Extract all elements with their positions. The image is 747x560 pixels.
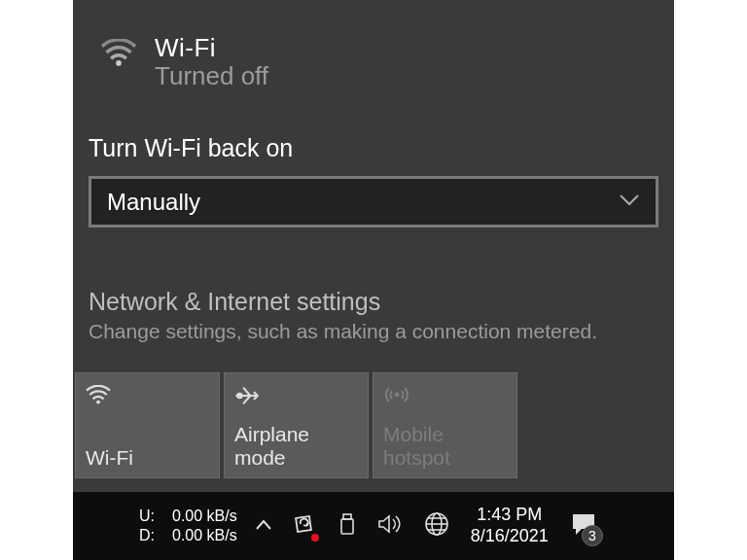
network-speed-monitor: U: 0.00 kB/s D: 0.00 kB/s [139,508,237,544]
date: 8/16/2021 [471,526,549,547]
selector-value: Manually [107,189,200,216]
notification-badge: 3 [582,525,603,546]
update-icon[interactable] [294,512,317,540]
wifi-status: Turned off [155,61,268,91]
clock[interactable]: 1:43 PM 8/16/2021 [471,505,549,546]
volume-icon[interactable] [377,513,403,539]
airplane-icon [234,385,358,406]
svg-rect-6 [341,519,353,534]
download-label: D: [139,527,155,544]
turn-on-selector[interactable]: Manually [89,176,658,228]
usb-eject-icon[interactable] [338,512,356,540]
svg-point-1 [96,401,100,404]
tile-label: Mobile hotspot [383,423,507,470]
wifi-icon [86,385,209,404]
tile-label: Wi-Fi [86,446,209,470]
action-center-icon[interactable]: 3 [570,511,597,541]
network-settings-link[interactable]: Network & Internet settings Change setti… [73,228,674,343]
wifi-status-header: Wi-Fi Turned off [73,0,674,91]
hotspot-icon [383,385,507,404]
settings-title: Network & Internet settings [89,288,658,316]
upload-value: 0.00 kB/s [172,508,237,525]
chevron-down-icon [619,193,640,211]
time: 1:43 PM [471,505,549,526]
wifi-tile[interactable]: Wi-Fi [75,372,220,478]
taskbar: U: 0.00 kB/s D: 0.00 kB/s 1:43 PM 8/16/2… [73,492,674,560]
update-badge-icon [311,534,319,542]
upload-label: U: [139,508,155,525]
tray-overflow-icon[interactable] [255,517,272,535]
settings-subtitle: Change settings, such as making a connec… [89,320,658,343]
tile-label: Airplane mode [234,423,358,470]
mobile-hotspot-tile[interactable]: Mobile hotspot [373,372,517,478]
wifi-title: Wi-Fi [155,33,268,63]
quick-action-tiles: Wi-Fi Airplane mode Mobil [73,343,674,478]
network-icon[interactable] [424,511,449,541]
turn-on-label: Turn Wi-Fi back on [73,91,674,176]
download-value: 0.00 kB/s [172,527,237,544]
system-tray [255,511,449,541]
airplane-mode-tile[interactable]: Airplane mode [224,372,369,478]
wifi-icon [100,39,137,70]
network-flyout: Wi-Fi Turned off Turn Wi-Fi back on Manu… [73,0,674,492]
svg-point-0 [116,60,122,66]
svg-point-3 [395,393,399,397]
